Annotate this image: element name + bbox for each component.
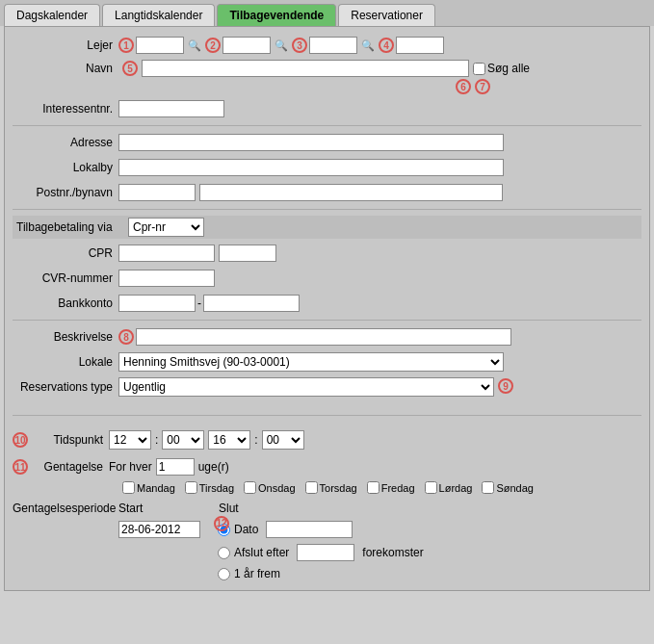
- checkbox-torsdag[interactable]: [305, 481, 318, 494]
- tab-tilbagevendende[interactable]: Tilbagevendende: [217, 4, 336, 26]
- interessentnr-row: Interessentnr.: [13, 98, 641, 119]
- day-lordag[interactable]: Lørdag: [425, 481, 473, 494]
- start-date-input[interactable]: [118, 521, 200, 538]
- gentagelse-label: Gentagelse: [32, 460, 109, 474]
- gentagelsesperiode-label: Gentagelsesperiode: [13, 502, 118, 515]
- divider-2: [13, 209, 641, 210]
- day-fredag[interactable]: Fredag: [367, 481, 415, 494]
- lejer-input-3[interactable]: [309, 37, 357, 54]
- badge-4: 4: [379, 38, 394, 53]
- reservations-type-row: Reservations type Ugentlig Daglig Månedl…: [13, 376, 641, 398]
- min-start-select[interactable]: 00 15 30 45: [162, 430, 204, 450]
- day-torsdag[interactable]: Torsdag: [305, 481, 357, 494]
- for-hver-text: For hver: [109, 460, 152, 474]
- start-label: Start: [118, 502, 143, 515]
- interessentnr-input[interactable]: [118, 100, 224, 117]
- cvr-input[interactable]: [118, 270, 215, 287]
- badge-3: 3: [292, 38, 307, 53]
- day-mandag[interactable]: Mandag: [122, 481, 175, 494]
- radio-aar-row: 1 år frem: [218, 567, 424, 580]
- tab-langtidskalender[interactable]: Langtidskalender: [102, 4, 215, 26]
- cpr-input-2[interactable]: [219, 245, 276, 262]
- dato-input[interactable]: [266, 521, 353, 538]
- search-icon-3[interactable]: 🔍: [359, 37, 377, 54]
- tab-dagskalender[interactable]: Dagskalender: [4, 4, 100, 26]
- postnr-label: Postnr./bynavn: [13, 186, 118, 199]
- badge-1: 1: [118, 38, 134, 53]
- adresse-input[interactable]: [118, 134, 504, 151]
- badge-7[interactable]: 7: [475, 79, 490, 94]
- navn-input[interactable]: [142, 60, 469, 77]
- bynavn-input[interactable]: [199, 184, 503, 201]
- start-date-area: [118, 521, 200, 538]
- periode-options: Start Slut 12 Dato: [118, 502, 424, 582]
- checkbox-onsdag[interactable]: [244, 481, 256, 494]
- start-slut-headers: Start Slut: [118, 502, 424, 515]
- radio-aar[interactable]: [218, 568, 230, 580]
- forekomster-label: forekomster: [362, 546, 423, 559]
- search-icon-2[interactable]: 🔍: [273, 37, 290, 54]
- beskrivelse-input[interactable]: [136, 328, 511, 346]
- reservations-type-select[interactable]: Ugentlig Daglig Månedlig: [118, 377, 494, 397]
- colon-1: :: [155, 433, 158, 447]
- forekomster-input[interactable]: [297, 544, 354, 561]
- aar-frem-label: 1 år frem: [234, 567, 280, 580]
- day-sondag[interactable]: Søndag: [482, 481, 534, 494]
- lokalby-row: Lokalby: [13, 157, 641, 178]
- radio-afslut[interactable]: [218, 547, 230, 559]
- checkbox-sondag[interactable]: [482, 481, 494, 494]
- tilbagebetaling-select[interactable]: Cpr-nr CVR Bankkonto: [128, 218, 204, 237]
- cpr-label: CPR: [13, 246, 118, 260]
- navn-row: Navn5Søg alle67: [13, 60, 641, 94]
- tidspunkt-label: Tidspunkt: [32, 433, 109, 447]
- periode-main: 12 Dato Afslut efter forekomster 1 år fr…: [118, 521, 424, 582]
- time-end-select[interactable]: 16 17 18: [208, 430, 250, 450]
- checkbox-tirsdag[interactable]: [185, 481, 197, 494]
- badge-12: 12: [214, 516, 229, 531]
- lokale-row: Lokale Henning Smithsvej (90-03-0001): [13, 351, 641, 373]
- postnr-input[interactable]: [118, 184, 196, 201]
- tidspunkt-row: 10 Tidspunkt 12 13 14 15 16 : 00 15 30 4…: [13, 429, 641, 451]
- day-tirsdag-label: Tirsdag: [199, 482, 234, 494]
- cvr-row: CVR-nummer: [13, 268, 641, 289]
- cpr-row: CPR: [13, 243, 641, 264]
- badge-11: 11: [13, 459, 28, 475]
- section-divider-2: [13, 422, 641, 429]
- lejer-label: Lejer: [13, 39, 118, 52]
- section-divider: [13, 401, 641, 409]
- lejer-input-1[interactable]: [136, 37, 184, 54]
- divider-4: [13, 415, 641, 416]
- lejer-inputs: 1 🔍 2 🔍 3 🔍 4: [118, 37, 444, 54]
- cpr-input-1[interactable]: [118, 245, 215, 262]
- checkbox-mandag[interactable]: [122, 481, 135, 494]
- tilbagebetaling-label: Tilbagebetaling via: [13, 220, 128, 234]
- gentagelse-value-input[interactable]: [156, 458, 195, 476]
- reservations-type-label: Reservations type: [13, 380, 118, 394]
- bankkonto-input-2[interactable]: [203, 295, 300, 312]
- interessentnr-label: Interessentnr.: [13, 102, 118, 116]
- divider-1: [13, 125, 641, 126]
- day-fredag-label: Fredag: [381, 482, 415, 494]
- checkbox-fredag[interactable]: [367, 481, 379, 494]
- checkbox-lordag[interactable]: [425, 481, 437, 494]
- time-start-select[interactable]: 12 13 14 15 16: [109, 430, 151, 450]
- lokalby-input[interactable]: [118, 159, 504, 176]
- lejer-input-4[interactable]: [396, 37, 444, 54]
- day-onsdag[interactable]: Onsdag: [244, 481, 296, 494]
- day-mandag-label: Mandag: [137, 482, 175, 494]
- badge-8: 8: [118, 329, 134, 345]
- search-icon-1[interactable]: 🔍: [186, 37, 203, 54]
- lokalby-label: Lokalby: [13, 161, 118, 174]
- soeg-alle-label[interactable]: Søg alle: [473, 62, 530, 75]
- beskrivelse-label: Beskrivelse: [13, 330, 118, 344]
- cvr-label: CVR-nummer: [13, 271, 118, 285]
- slut-label: Slut: [219, 502, 239, 515]
- tab-reservationer[interactable]: Reservationer: [338, 4, 435, 26]
- min-end-select[interactable]: 00 15 30 45: [262, 430, 304, 450]
- bankkonto-input-1[interactable]: [118, 295, 196, 312]
- day-onsdag-label: Onsdag: [258, 482, 296, 494]
- lokale-select[interactable]: Henning Smithsvej (90-03-0001): [118, 352, 504, 372]
- soeg-alle-checkbox[interactable]: [473, 63, 485, 75]
- lejer-input-2[interactable]: [222, 37, 271, 54]
- day-tirsdag[interactable]: Tirsdag: [185, 481, 234, 494]
